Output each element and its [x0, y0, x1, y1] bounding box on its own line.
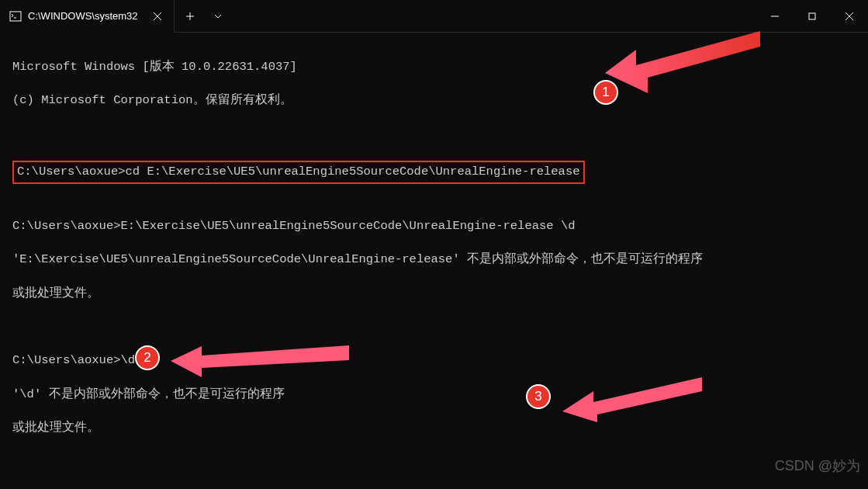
svg-rect-3 [809, 13, 815, 19]
window-controls [756, 0, 868, 33]
blank-line [12, 319, 856, 336]
header-line: Microsoft Windows [版本 10.0.22631.4037] [12, 59, 856, 76]
terminal-icon [9, 10, 22, 23]
blank-line [12, 126, 856, 143]
minimize-button[interactable] [756, 0, 794, 33]
terminal-output[interactable]: Microsoft Windows [版本 10.0.22631.4037] (… [0, 33, 868, 489]
error-line: 'E:\Exercise\UE5\unrealEngine5SourceCode… [12, 251, 856, 269]
tab-active[interactable]: C:\WINDOWS\system32 [0, 0, 175, 33]
error-line: 或批处理文件。 [12, 286, 856, 303]
error-line: 或批处理文件。 [12, 420, 856, 437]
close-button[interactable] [831, 0, 868, 33]
error-line: '\d' 不是内部或外部命令，也不是可运行的程序 [12, 387, 856, 404]
blank-line [12, 454, 856, 471]
tab-close-button[interactable] [150, 9, 164, 23]
new-tab-button[interactable] [175, 0, 206, 33]
svg-rect-0 [10, 12, 21, 21]
maximize-button[interactable] [794, 0, 831, 33]
command-line: C:\Users\aoxue>E:\Exercise\UE5\unrealEng… [12, 218, 856, 235]
tab-title: C:\WINDOWS\system32 [28, 10, 138, 22]
annotation-number-3: 3 [526, 384, 551, 409]
titlebar: C:\WINDOWS\system32 [0, 0, 868, 33]
tab-dropdown-button[interactable] [206, 0, 230, 33]
blank-line [12, 185, 856, 202]
highlight-box-1: C:\Users\aoxue>cd E:\Exercise\UE5\unreal… [12, 161, 585, 184]
command-text: cd E:\Exercise\UE5\unrealEngine5SourceCo… [126, 165, 580, 179]
prompt: C:\Users\aoxue> [17, 165, 126, 179]
copyright-line: (c) Microsoft Corporation。保留所有权利。 [12, 92, 856, 109]
watermark: CSDN @妙为 [775, 456, 860, 475]
annotation-number-2: 2 [135, 345, 160, 370]
annotation-number-1: 1 [593, 80, 618, 105]
